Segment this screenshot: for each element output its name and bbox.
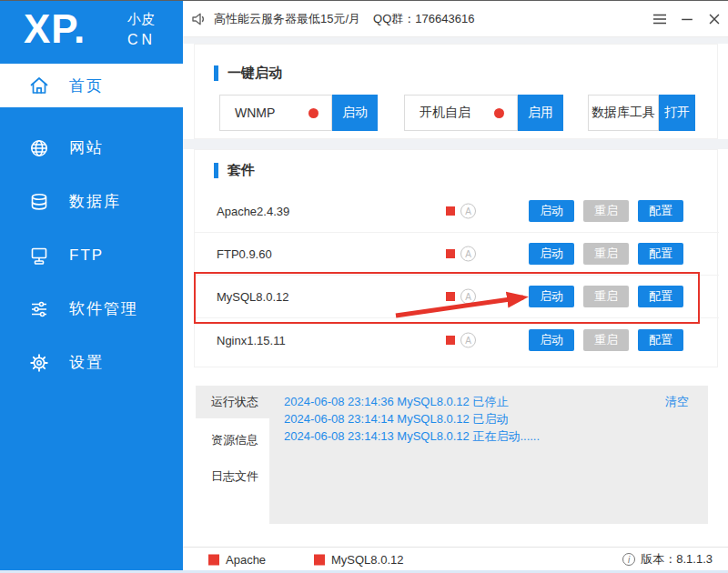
sidebar-item-label: 网站 (69, 137, 104, 158)
apache-restart-button[interactable]: 重启 (583, 200, 629, 222)
status-square-stopped (314, 554, 325, 565)
ftp-config-button[interactable]: 配置 (638, 243, 683, 265)
footer-service-apache: Apache (208, 553, 266, 567)
autostart-badge-icon[interactable]: A (460, 204, 476, 219)
footer-service-mysql: MySQL8.0.12 (314, 553, 404, 567)
announcement-speaker-icon (190, 10, 208, 28)
sidebar-item-website[interactable]: 网站 (0, 121, 183, 175)
version-label: 版本：8.1.1.3 (641, 551, 713, 568)
globe-icon (28, 137, 50, 159)
sidebar-menu: 网站 数据库 FTP (0, 109, 183, 389)
close-icon[interactable] (701, 6, 728, 32)
ftp-start-button[interactable]: 启动 (529, 243, 574, 265)
database-icon (28, 191, 50, 213)
mysql-start-button[interactable]: 启动 (529, 286, 574, 307)
sidebar-item-label: 设置 (69, 352, 104, 373)
suite-rows: Apache2.4.39 A 启动 重启 配置 FTP0.9.60 A 启动 重… (195, 190, 719, 361)
window-controls (646, 1, 728, 37)
minimize-icon[interactable] (673, 6, 701, 32)
status-dot-stopped (494, 108, 504, 118)
db-tool-group: 数据库工具 打开 (588, 95, 695, 131)
autostart-badge-icon[interactable]: A (460, 289, 476, 305)
apache-start-button[interactable]: 启动 (529, 200, 574, 222)
tab-log-file[interactable]: 日志文件 (196, 460, 269, 493)
sidebar: XP. 小皮 CN 首页 网站 (0, 1, 183, 573)
logo-text: XP. (24, 6, 86, 52)
sidebar-item-label: 数据库 (69, 191, 121, 212)
gear-icon (28, 352, 50, 374)
sidebar-item-label: 软件管理 (69, 298, 138, 319)
status-dot-stopped (308, 108, 318, 118)
ftp-restart-button[interactable]: 重启 (583, 243, 629, 265)
info-icon: i (622, 553, 635, 566)
sidebar-item-settings[interactable]: 设置 (0, 336, 183, 389)
sidebar-item-home[interactable]: 首页 (0, 64, 183, 107)
sidebar-item-ftp[interactable]: FTP (0, 228, 183, 282)
title-accent-bar (214, 163, 218, 178)
app-window: XP. 小皮 CN 首页 网站 (0, 0, 728, 573)
version-info: i 版本：8.1.1.3 (622, 551, 713, 568)
clear-log-link[interactable]: 清空 (665, 394, 689, 410)
autostart-status-box: 开机自启 (404, 95, 518, 131)
footer-statusbar: Apache MySQL8.0.12 i 版本：8.1.1.3 (183, 547, 728, 571)
status-square-stopped (446, 336, 455, 345)
qq-group-label: QQ群：176643616 (373, 11, 474, 27)
divider (183, 37, 728, 44)
menu-icon[interactable] (646, 6, 673, 32)
log-line: 2024-06-08 23:14:14 MySQL8.0.12 已启动 (284, 410, 693, 427)
home-icon (28, 75, 50, 96)
wnmp-group: WNMP 启动 (219, 95, 378, 131)
suite-row-nginx: Nginx1.15.11 A 启动 重启 配置 (195, 318, 719, 361)
divider (183, 139, 728, 149)
sidebar-item-label: FTP (69, 246, 104, 265)
sliders-icon (28, 298, 50, 320)
tab-run-status[interactable]: 运行状态 (196, 386, 269, 418)
nginx-config-button[interactable]: 配置 (638, 329, 683, 351)
status-square-stopped (446, 206, 455, 216)
quick-start-row: WNMP 启动 开机自启 启用 数据库工具 打开 (195, 95, 719, 131)
run-status-log: 2024-06-08 23:14:36 MySQL8.0.12 已停止 2024… (269, 386, 708, 524)
autostart-badge-icon[interactable]: A (460, 332, 476, 347)
title-accent-bar (214, 65, 218, 81)
status-square-stopped (446, 249, 455, 258)
log-line: 2024-06-08 23:14:13 MySQL8.0.12 正在启动....… (284, 427, 693, 445)
quick-start-card: 一键启动 WNMP 启动 开机自启 启用 (194, 44, 718, 139)
sidebar-item-label: 首页 (69, 75, 104, 96)
log-line: 2024-06-08 23:14:36 MySQL8.0.12 已停止 (284, 393, 693, 410)
tab-resource-info[interactable]: 资源信息 (196, 424, 269, 457)
suite-row-mysql: MySQL8.0.12 A 启动 重启 配置 (195, 276, 719, 318)
sidebar-item-database[interactable]: 数据库 (0, 175, 183, 228)
announcement-link[interactable]: 高性能云服务器最低15元/月 (214, 11, 360, 27)
nginx-start-button[interactable]: 启动 (529, 329, 574, 351)
wnmp-start-button[interactable]: 启动 (332, 95, 378, 131)
autostart-enable-button[interactable]: 启用 (518, 95, 563, 131)
suite-row-apache: Apache2.4.39 A 启动 重启 配置 (195, 190, 719, 233)
suite-row-ftp: FTP0.9.60 A 启动 重启 配置 (195, 233, 719, 276)
nginx-restart-button[interactable]: 重启 (583, 329, 629, 351)
mysql-config-button[interactable]: 配置 (638, 286, 683, 307)
autostart-group: 开机自启 启用 (404, 95, 563, 131)
status-panel: 运行状态 资源信息 日志文件 2024-06-08 23:14:36 MySQL… (196, 386, 708, 524)
app-logo: XP. 小皮 CN (0, 1, 183, 64)
main-content: 一键启动 WNMP 启动 开机自启 启用 (183, 37, 728, 573)
status-square-stopped (446, 292, 455, 301)
status-square-stopped (208, 554, 219, 565)
section-title-quick-start: 一键启动 (214, 65, 282, 82)
wnmp-status-box: WNMP (219, 95, 332, 131)
autostart-badge-icon[interactable]: A (460, 246, 476, 262)
sidebar-item-software[interactable]: 软件管理 (0, 282, 183, 336)
apache-config-button[interactable]: 配置 (638, 200, 683, 222)
db-tool-label-box: 数据库工具 (588, 95, 659, 131)
db-tool-open-button[interactable]: 打开 (659, 95, 695, 131)
titlebar: 高性能云服务器最低15元/月 QQ群：176643616 (183, 1, 728, 37)
suite-card: 套件 Apache2.4.39 A 启动 重启 配置 FTP0.9.60 A 启… (194, 149, 718, 367)
ftp-monitor-icon (28, 245, 50, 266)
mysql-restart-button[interactable]: 重启 (583, 286, 629, 307)
section-title-suite: 套件 (214, 162, 255, 179)
logo-subtext: 小皮 CN (127, 11, 156, 48)
